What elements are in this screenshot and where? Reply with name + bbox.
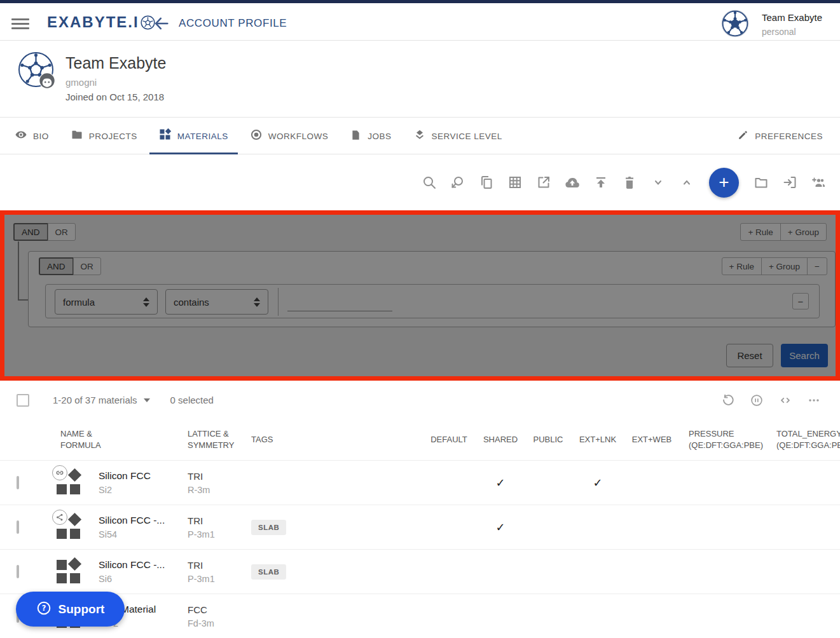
topbar-user-type: personal	[762, 27, 822, 37]
material-icon	[56, 559, 83, 585]
group-add-icon[interactable]	[811, 175, 826, 190]
delete-icon[interactable]	[622, 175, 637, 190]
material-icon	[56, 470, 83, 496]
search-icon[interactable]	[422, 175, 437, 190]
shared-flag: ✓	[475, 476, 526, 490]
caret-down-icon	[144, 398, 150, 402]
tab-materials[interactable]: MATERIALS	[149, 118, 238, 154]
pause-circle-icon[interactable]	[750, 393, 764, 407]
symmetry-group: P-3m1	[188, 574, 248, 584]
symmetry-group: R-3m	[188, 485, 248, 495]
copy-icon[interactable]	[479, 175, 494, 190]
tab-bio-label: BIO	[33, 132, 49, 141]
selected-count-label: 0 selected	[170, 395, 214, 405]
menu-icon[interactable]	[11, 16, 29, 30]
results-count-label: 1-20 of 37 materials	[53, 395, 137, 405]
table-row[interactable]: Silicon FCC -...Si6 TRIP-3m1 SLAB	[0, 550, 840, 594]
column-ext-lnk[interactable]: EXT+LNK	[570, 434, 625, 445]
upload-icon[interactable]	[593, 175, 609, 190]
logo-text: EXABYTE.I	[47, 13, 139, 31]
material-name[interactable]: Silicon FCC -...	[99, 515, 184, 526]
ext-lnk-flag: ✓	[570, 476, 625, 490]
topbar-user-chip[interactable]: Team Exabyte personal	[721, 10, 822, 37]
folder-open-icon[interactable]	[754, 175, 769, 190]
row-checkbox[interactable]	[17, 565, 19, 578]
tab-jobs[interactable]: JOBS	[340, 118, 401, 154]
row-checkbox[interactable]	[17, 520, 19, 534]
profile-section: Team Exabyte gmogni Joined on Oct 15, 20…	[0, 41, 840, 118]
pencil-icon	[737, 129, 749, 144]
material-formula: Si54	[99, 529, 184, 540]
chevron-up-icon[interactable]	[679, 175, 694, 190]
results-bar: 1-20 of 37 materials 0 selected	[0, 381, 840, 419]
add-material-fab[interactable]: +	[709, 168, 739, 198]
column-total-energy[interactable]: TOTAL_ENERGY(QE:DFT:GGA:PBE)	[766, 428, 840, 451]
table-row[interactable]: Silicon FCCSi2 TRIR-3m ✓ ✓	[0, 461, 840, 505]
profile-name: Team Exabyte	[65, 54, 166, 72]
profile-joined-date: Joined on Oct 15, 2018	[65, 92, 164, 102]
symmetry-group: Fd-3m	[188, 618, 248, 628]
material-formula: Si6	[99, 574, 184, 584]
query-builder-panel: AND OR + Rule + Group AND OR + Rule + G	[0, 210, 840, 381]
share-icon	[52, 510, 67, 525]
question-circle-icon: ?	[36, 601, 52, 618]
results-count-dropdown[interactable]: 1-20 of 37 materials	[53, 395, 150, 405]
tab-workflows[interactable]: WORKFLOWS	[240, 118, 338, 154]
tab-materials-label: MATERIALS	[177, 132, 228, 141]
select-all-checkbox[interactable]	[17, 394, 29, 407]
materials-toolbar: +	[0, 154, 840, 210]
material-icon	[56, 514, 83, 541]
disabled-overlay	[4, 215, 836, 376]
svg-text:?: ?	[41, 604, 46, 613]
column-name-formula[interactable]: NAME & FORMULA	[0, 428, 99, 451]
radio-checked-icon	[250, 128, 263, 144]
materials-icon	[159, 128, 172, 144]
saved-search-icon[interactable]	[450, 175, 465, 190]
refresh-icon[interactable]	[721, 393, 735, 407]
tab-jobs-label: JOBS	[368, 132, 391, 141]
lattice-type: TRI	[188, 471, 248, 482]
tab-workflows-label: WORKFLOWS	[268, 132, 329, 141]
table-row[interactable]: Material2 FCCFd-3m	[0, 594, 840, 638]
profile-username: gmogni	[65, 77, 97, 88]
layers-icon	[413, 128, 426, 144]
table-row[interactable]: Silicon FCC -...Si54 TRIP-3m1 SLAB ✓	[0, 505, 840, 550]
column-lattice-symmetry[interactable]: LATTICE &SYMMETRY	[184, 428, 248, 451]
tab-bio[interactable]: BIO	[5, 118, 59, 154]
row-checkbox[interactable]	[17, 476, 19, 489]
back-arrow-icon[interactable]	[153, 15, 170, 32]
column-ext-web[interactable]: EXT+WEB	[625, 434, 678, 445]
plus-icon: +	[719, 172, 729, 193]
symmetry-group: P-3m1	[188, 529, 248, 540]
column-default[interactable]: DEFAULT	[423, 434, 475, 445]
exit-to-app-icon[interactable]	[782, 175, 797, 190]
tab-bar: BIO PROJECTS MATERIALS WORKFLOWS JOBS SE…	[0, 118, 840, 154]
logo[interactable]: EXABYTE.I	[47, 13, 155, 31]
code-icon[interactable]	[778, 393, 792, 407]
topbar-user-name: Team Exabyte	[762, 10, 822, 23]
grid-icon[interactable]	[507, 175, 523, 190]
tag-chip: SLAB	[251, 520, 286, 535]
tab-preferences[interactable]: PREFERENCES	[727, 118, 832, 154]
link-icon	[52, 465, 67, 480]
more-icon[interactable]	[807, 393, 821, 407]
tab-projects[interactable]: PROJECTS	[61, 118, 147, 154]
column-shared[interactable]: SHARED	[475, 434, 526, 445]
support-button[interactable]: ? Support	[16, 592, 125, 627]
lattice-type: TRI	[188, 560, 248, 571]
material-name[interactable]: Silicon FCC	[99, 470, 184, 482]
column-tags[interactable]: TAGS	[248, 434, 423, 445]
tab-service-level[interactable]: SERVICE LEVEL	[404, 118, 512, 154]
face-badge-icon	[38, 72, 56, 90]
chevron-down-icon[interactable]	[651, 175, 666, 190]
tag-chip: SLAB	[251, 564, 286, 580]
column-pressure[interactable]: PRESSURE(QE:DFT:GGA:PBE)	[678, 428, 766, 451]
avatar	[721, 10, 749, 37]
page-title: ACCOUNT PROFILE	[179, 17, 287, 30]
cloud-upload-icon[interactable]	[565, 175, 580, 190]
folder-icon	[71, 128, 83, 144]
column-public[interactable]: PUBLIC	[526, 434, 570, 445]
shared-flag: ✓	[475, 520, 526, 534]
material-name[interactable]: Silicon FCC -...	[99, 559, 184, 571]
open-in-new-icon[interactable]	[536, 175, 551, 190]
